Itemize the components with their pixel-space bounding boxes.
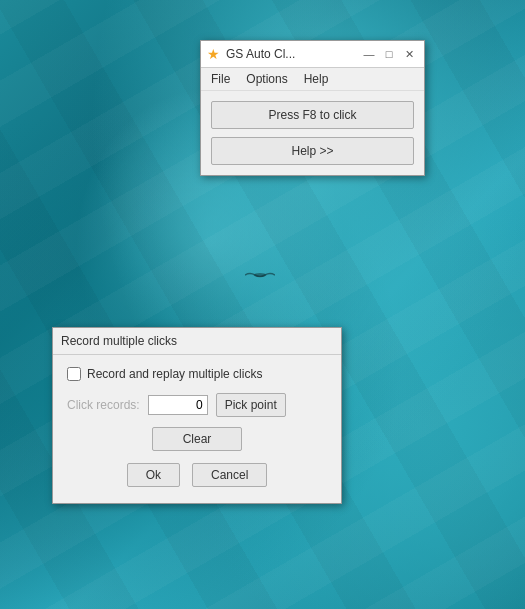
record-replay-checkbox[interactable] — [67, 367, 81, 381]
bird-silhouette — [245, 270, 275, 280]
record-dialog: Record multiple clicks Record and replay… — [52, 327, 342, 504]
maximize-button[interactable]: □ — [380, 45, 398, 63]
click-records-label: Click records: — [67, 398, 140, 412]
click-records-input[interactable] — [148, 395, 208, 415]
cancel-button[interactable]: Cancel — [192, 463, 267, 487]
press-f8-button[interactable]: Press F8 to click — [211, 101, 414, 129]
main-content: Press F8 to click Help >> — [201, 91, 424, 175]
dialog-footer: Ok Cancel — [67, 463, 327, 491]
pick-point-button[interactable]: Pick point — [216, 393, 286, 417]
menu-options[interactable]: Options — [242, 70, 291, 88]
menu-file[interactable]: File — [207, 70, 234, 88]
dialog-title: Record multiple clicks — [53, 328, 341, 355]
click-records-row: Click records: Pick point — [67, 393, 327, 417]
title-bar: ★ GS Auto Cl... — □ ✕ — [201, 41, 424, 68]
clear-row: Clear — [67, 427, 327, 451]
close-button[interactable]: ✕ — [400, 45, 418, 63]
window-controls: — □ ✕ — [360, 45, 418, 63]
minimize-button[interactable]: — — [360, 45, 378, 63]
window-title: GS Auto Cl... — [226, 47, 354, 61]
clear-button[interactable]: Clear — [152, 427, 243, 451]
dialog-content: Record and replay multiple clicks Click … — [53, 355, 341, 503]
svg-point-0 — [254, 273, 266, 277]
help-button[interactable]: Help >> — [211, 137, 414, 165]
menu-bar: File Options Help — [201, 68, 424, 91]
checkbox-row: Record and replay multiple clicks — [67, 367, 327, 381]
ok-button[interactable]: Ok — [127, 463, 180, 487]
app-icon: ★ — [207, 46, 220, 62]
main-window: ★ GS Auto Cl... — □ ✕ File Options Help … — [200, 40, 425, 176]
checkbox-label: Record and replay multiple clicks — [87, 367, 262, 381]
menu-help[interactable]: Help — [300, 70, 333, 88]
